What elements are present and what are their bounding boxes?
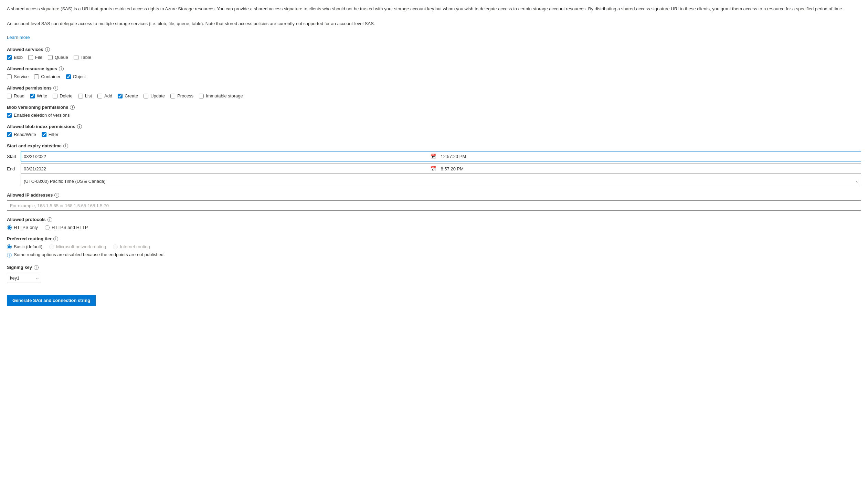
timezone-wrap: (UTC-08:00) Pacific Time (US & Canada) ⌵ — [21, 176, 861, 186]
protocol-https-only[interactable]: HTTPS only — [7, 225, 38, 230]
perm-create-input[interactable] — [118, 94, 123, 98]
routing-tier-info-icon[interactable]: i — [53, 237, 58, 241]
resource-object-checkbox[interactable]: Object — [66, 74, 86, 79]
blob-versioning-info-icon[interactable]: i — [70, 105, 75, 110]
protocol-https-only-label: HTTPS only — [14, 225, 38, 230]
start-datetime-row: Start 📅 — [7, 151, 861, 161]
resource-service-checkbox[interactable]: Service — [7, 74, 29, 79]
service-blob-label: Blob — [14, 55, 23, 60]
learn-more-link[interactable]: Learn more — [7, 35, 30, 40]
perm-read-input[interactable] — [7, 94, 12, 98]
perm-update-checkbox[interactable]: Update — [144, 93, 165, 98]
perm-immutable-input[interactable] — [199, 94, 204, 98]
service-queue-checkbox[interactable]: Queue — [48, 55, 68, 60]
perm-update-input[interactable] — [144, 94, 148, 98]
service-blob-input[interactable] — [7, 55, 12, 60]
end-date-input[interactable] — [21, 164, 438, 174]
datetime-info-icon[interactable]: i — [63, 144, 68, 148]
perm-add-input[interactable] — [97, 94, 102, 98]
routing-internet[interactable]: Internet routing — [113, 244, 150, 249]
protocol-https-http-input[interactable] — [45, 225, 50, 230]
perm-create-checkbox[interactable]: Create — [118, 93, 138, 98]
blob-index-label: Allowed blob index permissions i — [7, 124, 861, 129]
perm-write-checkbox[interactable]: Write — [30, 93, 47, 98]
allowed-protocols-info-icon[interactable]: i — [47, 217, 52, 222]
allowed-resource-types-label: Allowed resource types i — [7, 66, 861, 71]
versioning-enables-deletion-label: Enables deletion of versions — [14, 113, 70, 118]
routing-info-message: Some routing options are disabled becaus… — [14, 252, 165, 257]
perm-list-input[interactable] — [78, 94, 83, 98]
index-readwrite-label: Read/Write — [14, 132, 36, 137]
allowed-ip-input[interactable] — [7, 200, 861, 211]
blob-index-info-icon[interactable]: i — [77, 124, 82, 129]
end-date-wrap: 📅 — [21, 164, 438, 174]
signing-key-select-wrap: key1 key2 ⌵ — [7, 273, 41, 283]
routing-microsoft-network-input[interactable] — [49, 244, 54, 249]
service-file-input[interactable] — [28, 55, 33, 60]
protocol-https-only-input[interactable] — [7, 225, 12, 230]
index-readwrite-checkbox[interactable]: Read/Write — [7, 132, 36, 137]
resource-object-label: Object — [73, 74, 86, 79]
end-time-input[interactable] — [438, 164, 861, 174]
resource-service-label: Service — [14, 74, 29, 79]
routing-basic[interactable]: Basic (default) — [7, 244, 42, 249]
routing-basic-label: Basic (default) — [14, 244, 42, 249]
perm-process-input[interactable] — [170, 94, 175, 98]
index-filter-input[interactable] — [42, 132, 46, 137]
service-table-input[interactable] — [74, 55, 78, 60]
signing-key-label: Signing key i — [7, 265, 861, 270]
routing-microsoft-network-label: Microsoft network routing — [56, 244, 106, 249]
resource-container-input[interactable] — [34, 74, 39, 79]
allowed-permissions-group: Read Write Delete List Add Create Update — [7, 93, 861, 98]
perm-delete-checkbox[interactable]: Delete — [53, 93, 73, 98]
routing-internet-label: Internet routing — [120, 244, 150, 249]
versioning-enables-deletion-input[interactable] — [7, 113, 12, 118]
index-filter-checkbox[interactable]: Filter — [42, 132, 59, 137]
perm-read-checkbox[interactable]: Read — [7, 93, 24, 98]
allowed-permissions-info-icon[interactable]: i — [53, 86, 58, 91]
allowed-services-info-icon[interactable]: i — [45, 47, 50, 52]
allowed-ip-info-icon[interactable]: i — [54, 193, 59, 198]
description-line2: An account-level SAS can delegate access… — [7, 20, 861, 27]
perm-process-checkbox[interactable]: Process — [170, 93, 193, 98]
resource-object-input[interactable] — [66, 74, 71, 79]
allowed-permissions-label: Allowed permissions i — [7, 85, 861, 91]
service-table-checkbox[interactable]: Table — [74, 55, 91, 60]
blob-versioning-section: Blob versioning permissions i Enables de… — [7, 105, 861, 118]
perm-list-checkbox[interactable]: List — [78, 93, 92, 98]
start-time-input[interactable] — [438, 151, 861, 161]
service-file-label: File — [35, 55, 42, 60]
allowed-services-group: Blob File Queue Table — [7, 55, 861, 60]
protocol-https-http[interactable]: HTTPS and HTTP — [45, 225, 88, 230]
routing-basic-input[interactable] — [7, 244, 12, 249]
start-date-wrap: 📅 — [21, 151, 438, 161]
routing-internet-input[interactable] — [113, 244, 118, 249]
allowed-services-section: Allowed services i Blob File Queue Table — [7, 47, 861, 60]
service-queue-input[interactable] — [48, 55, 53, 60]
service-file-checkbox[interactable]: File — [28, 55, 42, 60]
allowed-protocols-label: Allowed protocols i — [7, 217, 861, 222]
index-readwrite-input[interactable] — [7, 132, 12, 137]
perm-add-checkbox[interactable]: Add — [97, 93, 112, 98]
service-queue-label: Queue — [55, 55, 68, 60]
generate-sas-button[interactable]: Generate SAS and connection string — [7, 295, 96, 306]
perm-process-label: Process — [177, 93, 193, 98]
resource-service-input[interactable] — [7, 74, 12, 79]
perm-add-label: Add — [104, 93, 112, 98]
perm-immutable-checkbox[interactable]: Immutable storage — [199, 93, 243, 98]
routing-info-icon: ⓘ — [7, 252, 12, 259]
perm-delete-input[interactable] — [53, 94, 57, 98]
signing-key-info-icon[interactable]: i — [34, 265, 39, 270]
versioning-enables-deletion-checkbox[interactable]: Enables deletion of versions — [7, 113, 70, 118]
resource-container-checkbox[interactable]: Container — [34, 74, 60, 79]
start-date-input[interactable] — [21, 151, 438, 161]
datetime-label: Start and expiry date/time i — [7, 143, 861, 148]
timezone-select[interactable]: (UTC-08:00) Pacific Time (US & Canada) — [21, 176, 861, 186]
service-blob-checkbox[interactable]: Blob — [7, 55, 23, 60]
perm-write-input[interactable] — [30, 94, 35, 98]
routing-microsoft-network[interactable]: Microsoft network routing — [49, 244, 106, 249]
allowed-resource-types-info-icon[interactable]: i — [59, 66, 64, 71]
signing-key-select[interactable]: key1 key2 — [7, 273, 41, 283]
routing-tier-group: Basic (default) Microsoft network routin… — [7, 244, 861, 249]
resource-container-label: Container — [41, 74, 60, 79]
